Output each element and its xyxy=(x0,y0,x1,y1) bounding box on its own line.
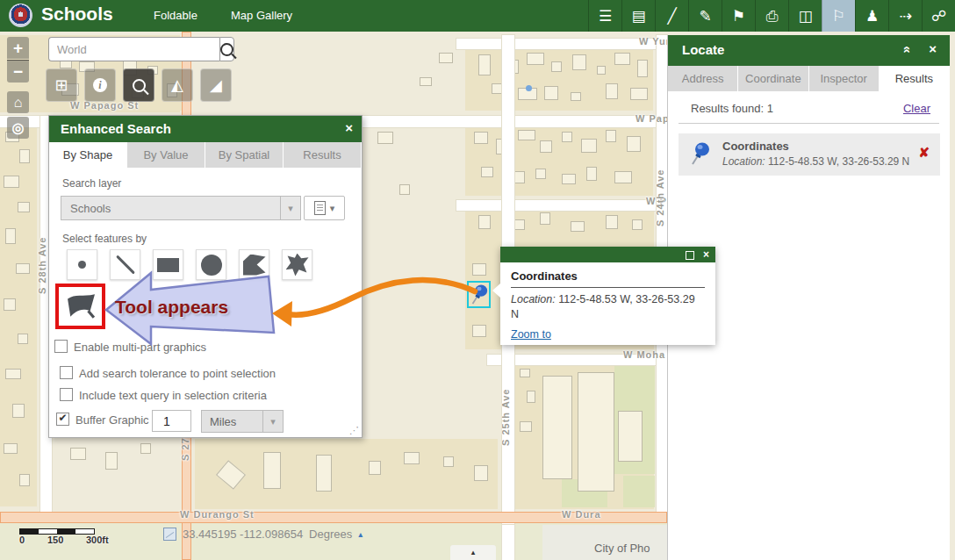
checkbox-row: Enable multi-part graphics xyxy=(49,340,362,355)
map-building xyxy=(18,334,28,344)
checkbox[interactable] xyxy=(60,366,73,379)
locate-tab-coordinate[interactable]: Coordinate xyxy=(738,66,808,91)
media-button[interactable]: ◭ xyxy=(162,68,193,102)
home-button[interactable]: ⌂ xyxy=(7,91,29,113)
freehand-polygon-tool-button[interactable] xyxy=(282,249,312,280)
directions-icon: ⇢ xyxy=(899,9,911,24)
header-toolbar: ☰▤╱✎⚑⎙◫⚐♟⇢☍ xyxy=(588,0,955,32)
my-location-button[interactable]: ◎ xyxy=(7,117,29,139)
streetview-button[interactable]: ♟ xyxy=(855,0,888,32)
result-row[interactable]: Coordinates Location: 112-5-48.53 W, 33-… xyxy=(679,133,940,176)
map-pushpin-marker[interactable] xyxy=(467,281,491,308)
search-layer-label: Search layer xyxy=(62,177,121,190)
map-building xyxy=(5,228,16,244)
buffer-graphic-checkbox[interactable]: ✔ xyxy=(56,413,69,426)
map-search-box xyxy=(48,37,229,61)
clear-link[interactable]: Clear xyxy=(903,102,930,115)
chevron-up-icon[interactable]: ▴ xyxy=(358,529,363,539)
draw-button[interactable]: ✎ xyxy=(688,0,722,32)
close-icon[interactable]: × xyxy=(703,248,709,261)
zoom-out-button[interactable]: − xyxy=(7,60,29,83)
draw-icon: ✎ xyxy=(699,9,711,24)
chart-button[interactable]: ◢ xyxy=(200,68,232,102)
layer-list-button[interactable]: ▾ xyxy=(304,196,345,220)
directions-button[interactable]: ⇢ xyxy=(888,0,922,32)
locate-tab-address[interactable]: Address xyxy=(668,66,738,91)
popup-divider xyxy=(511,287,705,288)
enhanced-search-titlebar[interactable]: Enhanced Search × xyxy=(49,116,362,142)
attribution-expander[interactable]: ▴ xyxy=(450,545,496,560)
map-building xyxy=(597,66,606,75)
map-building xyxy=(70,448,86,460)
tab-by-shape[interactable]: By Shape xyxy=(49,142,127,168)
scalebar-bar xyxy=(19,528,95,535)
esearch-button[interactable]: ⚑ xyxy=(722,0,755,32)
attribution-text: City of Pho xyxy=(594,542,650,555)
result-location: Location: 112-5-48.53 W, 33-26-53.29 N xyxy=(722,155,909,168)
tab-by-value[interactable]: By Value xyxy=(127,142,205,168)
map-building xyxy=(18,202,30,212)
polyline-icon xyxy=(116,255,135,275)
map-building xyxy=(478,215,491,229)
map-building xyxy=(606,130,616,142)
highlighted-esearch-tool-button[interactable] xyxy=(55,284,105,329)
map-building xyxy=(474,132,488,144)
tool-appears-annotation: Tool appears xyxy=(115,297,228,318)
menu-foldable[interactable]: Foldable xyxy=(154,9,197,22)
swipe-button[interactable]: ◫ xyxy=(788,0,822,32)
collapse-icon[interactable]: « xyxy=(904,42,911,57)
coordinate-units: Degrees xyxy=(309,528,352,541)
map-building xyxy=(627,136,641,152)
rectangle-tool-button[interactable] xyxy=(153,249,183,280)
basemap-gallery-button[interactable]: ⊞ xyxy=(46,68,77,102)
map-building xyxy=(105,452,118,470)
buffer-distance-input[interactable] xyxy=(152,410,191,432)
search-tool-button[interactable] xyxy=(123,68,154,102)
info-button[interactable]: i xyxy=(84,68,116,102)
zoom-in-button[interactable]: + xyxy=(7,37,29,59)
map-search-button[interactable] xyxy=(219,37,234,61)
maximize-icon[interactable] xyxy=(686,251,694,260)
dialog-resize-handle[interactable]: ⋰ xyxy=(349,425,359,436)
map-building xyxy=(492,83,502,94)
circle-tool-button[interactable] xyxy=(196,249,226,280)
share-button[interactable]: ☍ xyxy=(922,0,955,32)
delete-result-icon[interactable]: ✘ xyxy=(918,145,930,161)
map-building xyxy=(399,184,410,195)
search-layer-select[interactable]: Schools ▾ xyxy=(61,196,301,220)
measure-button[interactable]: ╱ xyxy=(655,0,688,32)
esearch-icon: ⚑ xyxy=(732,9,745,24)
point-tool-button[interactable] xyxy=(67,249,97,280)
map-building xyxy=(19,149,30,163)
checkbox[interactable] xyxy=(60,388,73,401)
layers-button[interactable]: ▤ xyxy=(621,0,655,32)
coordinate-widget-icon[interactable] xyxy=(163,528,176,541)
pushpin-icon xyxy=(470,284,488,305)
legend-button[interactable]: ☰ xyxy=(588,0,621,32)
map-building xyxy=(578,372,614,492)
map-building xyxy=(316,455,332,492)
polygon-tool-button[interactable] xyxy=(239,249,269,280)
collapse-glyph: « xyxy=(900,46,915,53)
locate-tab-results[interactable]: Results xyxy=(880,66,950,91)
checkbox[interactable] xyxy=(54,340,68,353)
map-search-input[interactable] xyxy=(48,37,219,61)
polyline-tool-button[interactable] xyxy=(110,249,140,280)
buffer-unit-select[interactable]: Miles ▾ xyxy=(201,410,284,433)
zoom-to-link[interactable]: Zoom to xyxy=(511,328,551,341)
print-button[interactable]: ⎙ xyxy=(755,0,788,32)
close-icon[interactable]: × xyxy=(345,120,353,135)
map-building xyxy=(369,461,381,475)
locate-button[interactable]: ⚐ xyxy=(822,0,855,32)
locate-tab-inspector[interactable]: Inspector xyxy=(809,66,880,91)
popup-location: Location: 112-5-48.53 W, 33-26-53.29 N xyxy=(511,292,705,322)
tab-results[interactable]: Results xyxy=(284,142,362,168)
location-label: Location: xyxy=(511,293,556,305)
map-building xyxy=(4,298,16,311)
close-icon[interactable]: × xyxy=(929,41,937,56)
menu-map-gallery[interactable]: Map Gallery xyxy=(231,9,292,22)
popup-titlebar: × xyxy=(500,247,715,262)
map-building xyxy=(404,452,420,464)
map-tools-row: ⊞i◭◢ xyxy=(46,68,232,102)
tab-by-spatial[interactable]: By Spatial xyxy=(205,142,284,168)
